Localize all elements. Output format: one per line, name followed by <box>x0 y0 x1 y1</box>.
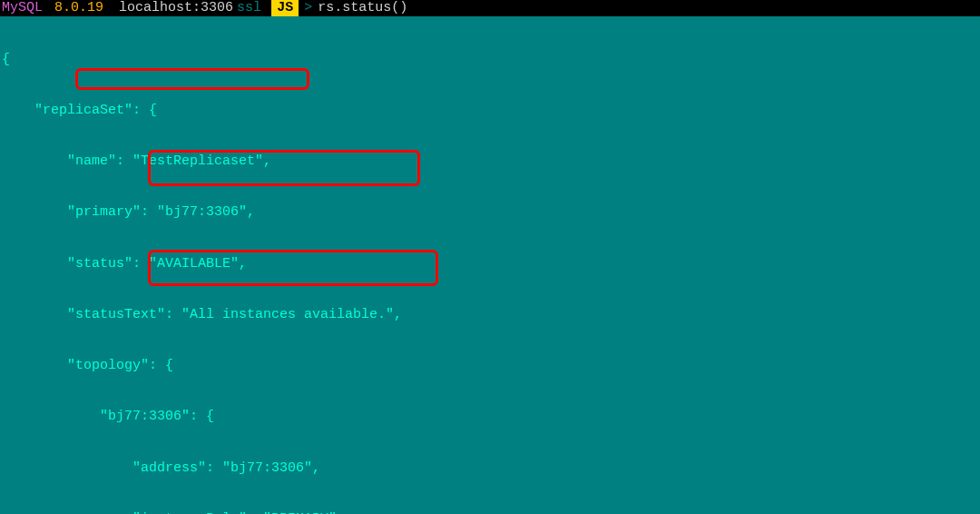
output-line: "bj77:3306": { <box>2 409 980 426</box>
prompt-ssl: ssl <box>237 0 263 16</box>
prompt-version: 8.0.19 <box>54 0 107 16</box>
command-input[interactable]: rs.status() <box>318 0 407 16</box>
output-line: "primary": "bj77:3306", <box>2 204 980 222</box>
output-line: "statusText": "All instances available."… <box>2 307 980 324</box>
prompt-spacer <box>46 0 54 16</box>
output-line: "status": "AVAILABLE", <box>2 256 980 273</box>
output-line: { <box>2 52 980 69</box>
prompt-mode-badge: JS <box>271 0 299 16</box>
prompt-spacer <box>107 0 115 16</box>
output-line: "address": "bj77:3306", <box>2 460 980 478</box>
shell-prompt-line: MySQL 8.0.19 localhost:3306 ssl JS > rs.… <box>0 0 980 16</box>
terminal-window: MySQL 8.0.19 localhost:3306 ssl JS > rs.… <box>0 0 980 514</box>
output-line: "topology": { <box>2 358 980 375</box>
output-line: "replicaSet": { <box>2 103 980 120</box>
prompt-host: localhost:3306 <box>115 0 237 16</box>
terminal-output: { "replicaSet": { "name": "TestReplicase… <box>0 16 980 514</box>
output-line: "name": "TestReplicaset", <box>2 153 980 171</box>
prompt-mysql-label: MySQL <box>0 0 46 16</box>
prompt-arrow: > <box>299 0 318 16</box>
prompt-spacer <box>263 0 271 16</box>
